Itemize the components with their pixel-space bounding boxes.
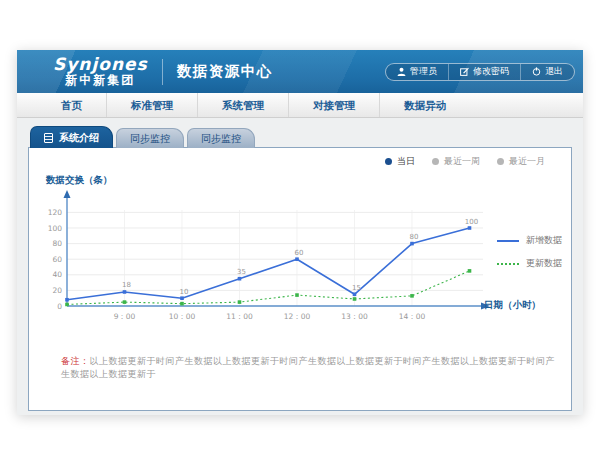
svg-text:13 : 00: 13 : 00 <box>341 312 368 321</box>
edit-icon <box>460 67 469 76</box>
header-divider <box>162 59 163 85</box>
range-label: 最近一月 <box>509 155 545 168</box>
legend-item-update-data: 更新数据 <box>497 257 562 270</box>
svg-text:18: 18 <box>122 281 131 289</box>
page-title: 数据资源中心 <box>177 62 273 81</box>
svg-text:20: 20 <box>52 286 62 295</box>
svg-text:14 : 00: 14 : 00 <box>399 312 426 321</box>
time-range-selector: 当日 最近一周 最近一月 <box>385 155 545 168</box>
svg-text:120: 120 <box>48 208 63 217</box>
tab-label: 同步监控 <box>130 132 170 146</box>
logo-text-en: Synjones <box>53 56 148 74</box>
person-icon <box>397 67 406 76</box>
logout-label: 退出 <box>545 65 563 78</box>
solid-line-icon <box>497 240 519 242</box>
svg-text:100: 100 <box>465 218 478 226</box>
nav-item-standards[interactable]: 标准管理 <box>106 93 197 117</box>
svg-text:11 : 00: 11 : 00 <box>226 312 253 321</box>
nav-item-changes[interactable]: 数据异动 <box>379 93 470 117</box>
legend-item-new-data: 新增数据 <box>497 234 562 247</box>
range-option-last-week[interactable]: 最近一周 <box>432 155 480 168</box>
tab-sync-monitor-1[interactable]: 同步监控 <box>116 128 184 148</box>
y-axis-label: 数据交换（条） <box>46 174 113 187</box>
range-label: 最近一周 <box>444 155 480 168</box>
content-area: 系统介绍 同步监控 同步监控 当日 最近一周 <box>17 118 583 415</box>
change-password-button[interactable]: 修改密码 <box>448 64 520 80</box>
svg-text:40: 40 <box>52 270 62 279</box>
svg-text:10 : 00: 10 : 00 <box>169 312 196 321</box>
logo-text-cn: 新中新集团 <box>53 74 148 87</box>
nav-item-home[interactable]: 首页 <box>37 93 106 117</box>
tab-system-intro[interactable]: 系统介绍 <box>30 126 113 148</box>
svg-text:15: 15 <box>352 284 361 292</box>
svg-text:60: 60 <box>295 249 304 257</box>
document-icon <box>44 133 53 143</box>
range-label: 当日 <box>397 155 415 168</box>
note-text: 以上数据更新于时间产生数据以上数据更新于时间产生数据以上数据更新于时间产生数据以… <box>61 356 555 379</box>
x-axis-label: 日期（小时） <box>484 299 541 312</box>
nav-item-system[interactable]: 系统管理 <box>197 93 288 117</box>
user-button[interactable]: 管理员 <box>386 64 448 80</box>
dotted-line-icon <box>497 263 519 265</box>
header: Synjones 新中新集团 数据资源中心 管理员 修改密码 <box>17 50 583 93</box>
change-password-label: 修改密码 <box>473 65 509 78</box>
tab-bar: 系统介绍 同步监控 同步监控 <box>30 126 255 148</box>
svg-text:60: 60 <box>52 255 62 264</box>
svg-text:100: 100 <box>48 224 63 233</box>
tab-label: 同步监控 <box>201 132 241 146</box>
svg-text:35: 35 <box>237 268 246 276</box>
radio-dot-icon <box>497 158 504 165</box>
user-label: 管理员 <box>410 65 437 78</box>
svg-text:80: 80 <box>52 239 62 248</box>
app-window: Synjones 新中新集团 数据资源中心 管理员 修改密码 <box>17 50 583 415</box>
chart-panel: 当日 最近一周 最近一月 数据交换（条） 0204060801001209 : … <box>28 147 572 411</box>
svg-text:0: 0 <box>57 302 62 311</box>
svg-text:80: 80 <box>410 233 419 241</box>
nav-item-interface[interactable]: 对接管理 <box>288 93 379 117</box>
tab-label: 系统介绍 <box>59 131 99 145</box>
range-option-today[interactable]: 当日 <box>385 155 415 168</box>
radio-dot-icon <box>432 158 439 165</box>
company-logo: Synjones 新中新集团 <box>53 56 148 86</box>
logout-button[interactable]: 退出 <box>520 64 574 80</box>
line-chart: 0204060801001209 : 0010 : 0011 : 0012 : … <box>39 188 499 338</box>
svg-text:9 : 00: 9 : 00 <box>114 312 136 321</box>
user-toolbar: 管理员 修改密码 退出 <box>385 63 575 81</box>
svg-text:12 : 00: 12 : 00 <box>284 312 311 321</box>
main-nav: 首页 标准管理 系统管理 对接管理 数据异动 <box>17 93 583 118</box>
legend-label: 新增数据 <box>526 234 562 247</box>
power-icon <box>532 67 541 76</box>
series-legend: 新增数据 更新数据 <box>497 234 562 280</box>
line-chart-svg: 0204060801001209 : 0010 : 0011 : 0012 : … <box>39 188 499 338</box>
range-option-last-month[interactable]: 最近一月 <box>497 155 545 168</box>
note-prefix: 备注： <box>61 356 90 366</box>
legend-label: 更新数据 <box>526 257 562 270</box>
svg-text:10: 10 <box>180 288 189 296</box>
footer-note: 备注：以上数据更新于时间产生数据以上数据更新于时间产生数据以上数据更新于时间产生… <box>61 355 557 381</box>
tab-sync-monitor-2[interactable]: 同步监控 <box>187 128 255 148</box>
radio-dot-icon <box>385 158 392 165</box>
